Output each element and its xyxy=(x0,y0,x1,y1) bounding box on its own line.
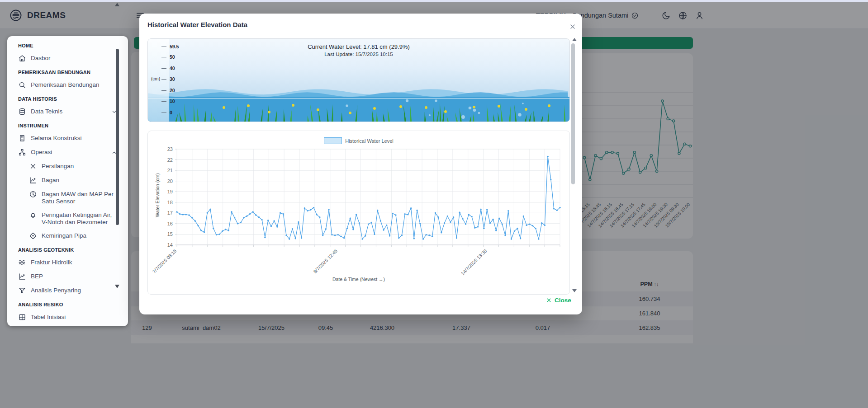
sidebar-item-label: Selama Konstruksi xyxy=(31,135,118,142)
sidebar-item-peringatan-ketinggian-air-v-notch-dan-piezometer[interactable]: Peringatan Ketinggian Air, V-Notch dan P… xyxy=(7,208,121,229)
svg-text:14: 14 xyxy=(167,242,173,248)
ruler-tick xyxy=(161,101,166,102)
ruler-tick xyxy=(161,113,166,113)
sidebar-item-label: Tabel Inisiasi xyxy=(31,314,118,321)
sidebar-item-bagan[interactable]: Bagan xyxy=(7,174,121,188)
historical-water-modal: Historical Water Elevation Data 59.55040… xyxy=(139,14,582,314)
sidebar-item-dasbor[interactable]: Dasbor xyxy=(7,52,121,66)
waves-icon xyxy=(18,258,26,267)
modal-scrollbar-thumb[interactable] xyxy=(571,43,575,184)
sidebar-item-label: Pemeriksaan Bendungan xyxy=(31,81,118,89)
sidebar-item-bep[interactable]: BEP xyxy=(7,270,121,284)
funnel-icon xyxy=(18,286,26,295)
gauge-readout: Current Water Level: 17.81 cm (29.9%) La… xyxy=(148,43,569,57)
svg-text:18: 18 xyxy=(167,200,173,205)
y-axis-title: Water Elevation (cm) xyxy=(155,166,160,225)
sidebar-scroll-up-arrow[interactable] xyxy=(115,3,119,6)
sitemap-icon xyxy=(18,148,26,156)
close-icon xyxy=(569,23,576,30)
svg-text:14/7/2025 13:30: 14/7/2025 13:30 xyxy=(460,248,488,276)
sidebar-item-persilangan[interactable]: Persilangan xyxy=(7,159,121,174)
ruler-tick-label: 0 xyxy=(170,110,172,115)
chart-icon xyxy=(18,272,26,281)
sidebar-item-analisis-penyaring[interactable]: Analisis Penyaring xyxy=(7,284,121,298)
close-x-icon xyxy=(546,297,552,303)
top-strip xyxy=(0,0,868,2)
ruler-tick xyxy=(161,90,166,91)
pie-icon xyxy=(29,190,37,198)
svg-text:19: 19 xyxy=(167,189,173,194)
last-update: Last Update: 15/7/2025 10:15 xyxy=(148,52,569,57)
svg-text:8/7/2025 12:45: 8/7/2025 12:45 xyxy=(312,248,338,274)
search-icon xyxy=(18,81,26,89)
sidebar-nav: HOMEDasborPEMERIKSAAN BENDUNGANPemeriksa… xyxy=(7,39,121,324)
sidebar-item-operasi[interactable]: Operasi xyxy=(7,145,121,159)
sidebar-item-label: Persilangan xyxy=(42,163,118,170)
current-water-level: Current Water Level: 17.81 cm (29.9%) xyxy=(148,43,569,50)
svg-text:23: 23 xyxy=(167,146,173,152)
chart-legend[interactable]: Historical Water Level xyxy=(148,137,569,144)
database-icon xyxy=(18,108,26,116)
ruler-tick-label: 10 xyxy=(170,98,175,104)
modal-footer-close-button[interactable]: Close xyxy=(543,296,574,304)
sidebar-item-label: Operasi xyxy=(31,149,106,156)
sidebar-item-label: Bagan MAW dan MAP Per Satu Sensor xyxy=(42,191,118,205)
sidebar-item-label: Dasbor xyxy=(31,55,118,62)
close-label: Close xyxy=(555,297,571,304)
ruler-tick xyxy=(161,68,166,69)
sidebar-section-instrumen: INSTRUMEN xyxy=(7,119,121,131)
svg-text:16: 16 xyxy=(167,221,173,226)
legend-swatch xyxy=(324,137,342,144)
historical-chart: 141516171819202122237/7/2025 08:158/7/20… xyxy=(148,131,569,294)
svg-text:20: 20 xyxy=(167,178,173,184)
bell-icon xyxy=(29,211,37,219)
sidebar-item-fraktur-hidrolik[interactable]: Fraktur Hidrolik xyxy=(7,256,121,270)
svg-text:22: 22 xyxy=(167,157,173,163)
sidebar-item-label: Bagan xyxy=(42,177,118,184)
legend-label: Historical Water Level xyxy=(345,138,394,144)
chart-icon xyxy=(29,176,37,184)
sidebar-scrollbar-thumb[interactable] xyxy=(116,49,119,225)
sidebar-item-selama-konstruksi[interactable]: Selama Konstruksi xyxy=(7,131,121,145)
sidebar-item-bagan-maw-dan-map-per-satu-sensor[interactable]: Bagan MAW dan MAP Per Satu Sensor xyxy=(7,188,121,208)
modal-close-button[interactable] xyxy=(566,22,576,32)
sidebar-item-label: Data Teknis xyxy=(31,108,106,115)
sidebar-item-label: Fraktur Hidrolik xyxy=(31,259,118,266)
sidebar-item-data-teknis[interactable]: Data Teknis xyxy=(7,105,121,119)
svg-text:21: 21 xyxy=(167,168,173,173)
table-icon xyxy=(18,313,26,321)
modal-scroll-down-arrow[interactable] xyxy=(572,289,577,292)
svg-text:17: 17 xyxy=(167,210,173,216)
slope-icon xyxy=(29,232,37,240)
modal-scroll-up-arrow[interactable] xyxy=(572,38,577,41)
sidebar-item-label: BEP xyxy=(31,273,118,280)
ruler-tick-label: 40 xyxy=(170,66,175,71)
ruler-tick-label: 20 xyxy=(170,88,175,93)
sidebar-section-home: HOME xyxy=(7,39,121,52)
ruler-tick xyxy=(161,57,166,57)
sidebar-section-analisis-resiko: ANALISIS RESIKO xyxy=(7,298,121,310)
sidebar-item-pemeriksaan-bendungan[interactable]: Pemeriksaan Bendungan xyxy=(7,78,121,92)
x-axis-title: Date & Time (Newest →) xyxy=(148,277,569,282)
building-icon xyxy=(18,134,26,142)
svg-text:7/7/2025 08:15: 7/7/2025 08:15 xyxy=(151,248,177,274)
ruler-tick-label: 30 xyxy=(170,76,175,82)
modal-title: Historical Water Elevation Data xyxy=(147,21,247,28)
sidebar-section-analisis-geoteknik: ANALISIS GEOTEKNIK xyxy=(7,243,121,256)
sidebar-item-label: Analisis Penyaring xyxy=(31,287,118,294)
ruler-tick xyxy=(161,79,166,80)
sidebar-item-label: Kemiringan Pipa xyxy=(42,232,118,239)
sidebar-scroll-down-arrow[interactable] xyxy=(115,285,119,288)
app-screen: DREAMS TERPILIH : Bendungan Sutami xyxy=(0,0,868,408)
historical-chart-card: Historical Water Level 14151617181920212… xyxy=(147,131,570,295)
x-icon xyxy=(29,162,37,170)
water-gauge-visual: 59.550403020100(cm) Current Water Level:… xyxy=(147,38,570,122)
sidebar-section-pemeriksaan-bendungan: PEMERIKSAAN BENDUNGAN xyxy=(7,66,121,78)
svg-text:15: 15 xyxy=(167,231,173,237)
sidebar-item-label: Peringatan Ketinggian Air, V-Notch dan P… xyxy=(42,211,118,226)
gauge-unit-label: (cm) xyxy=(151,76,160,81)
sidebar-section-data-historis: DATA HISTORIS xyxy=(7,92,121,105)
sidebar-item-kemiringan-pipa[interactable]: Kemiringan Pipa xyxy=(7,229,121,243)
sidebar: HOMEDasborPEMERIKSAAN BENDUNGANPemeriksa… xyxy=(7,36,128,326)
sidebar-item-tabel-inisiasi[interactable]: Tabel Inisiasi xyxy=(7,310,121,324)
